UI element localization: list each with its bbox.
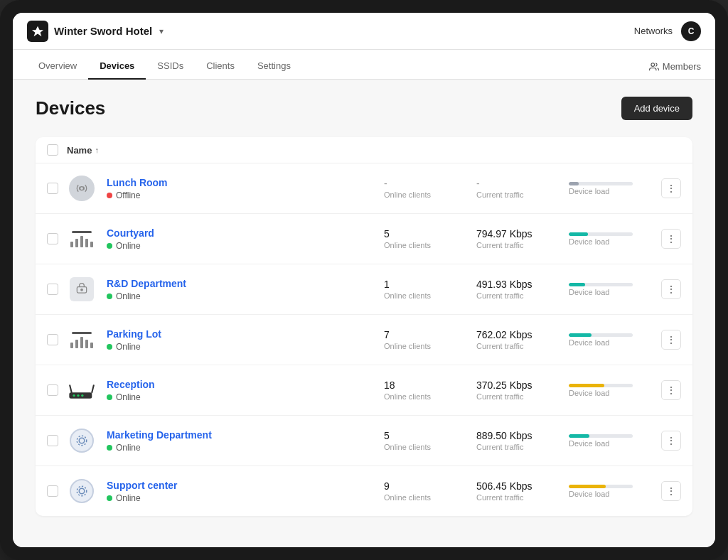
table-row[interactable]: Parking Lot Online 7 Online clients 762.… <box>36 315 692 365</box>
clients-value: 9 <box>384 480 476 492</box>
svg-point-12 <box>77 436 87 446</box>
table-row[interactable]: Courtyard Online 5 Online clients 794.97… <box>36 214 692 264</box>
load-bar-fill <box>569 283 585 286</box>
clients-value: 5 <box>384 430 476 441</box>
status-label: Online <box>116 342 141 352</box>
clients-col: 5 Online clients <box>384 228 476 249</box>
members-label: Members <box>663 61 701 72</box>
networks-button[interactable]: Networks <box>634 26 673 36</box>
row-checkbox[interactable] <box>47 183 58 194</box>
table-row[interactable]: Reception Online 18 Online clients 370.2… <box>36 365 692 416</box>
status-label: Online <box>116 241 141 251</box>
traffic-label: Current traffic <box>476 493 569 502</box>
load-col: Device load <box>569 182 661 195</box>
status-dot <box>107 243 112 249</box>
clients-col: 7 Online clients <box>384 329 476 350</box>
load-bar-container <box>569 485 661 488</box>
clients-label: Online clients <box>384 190 476 199</box>
device-status: Online <box>107 392 384 402</box>
svg-point-11 <box>79 438 85 443</box>
more-button[interactable]: ⋮ <box>661 380 681 400</box>
tab-devices[interactable]: Devices <box>88 53 146 80</box>
logo-icon <box>31 25 44 38</box>
load-label: Device load <box>569 338 661 347</box>
load-bar-track <box>569 232 633 236</box>
members-icon <box>649 62 659 72</box>
load-bar-fill <box>569 333 592 337</box>
add-device-button[interactable]: Add device <box>621 97 692 120</box>
device-name: Reception <box>107 379 384 390</box>
status-label: Online <box>116 392 141 402</box>
table-row[interactable]: Lunch Room Offline - Online clients - Cu… <box>36 163 692 214</box>
load-bar-fill <box>569 434 589 438</box>
more-button[interactable]: ⋮ <box>661 229 681 249</box>
traffic-value: 506.45 Kbps <box>476 480 569 492</box>
device-icon-circle <box>70 429 94 453</box>
clients-value: 18 <box>384 379 476 391</box>
clients-label: Online clients <box>384 493 476 502</box>
sort-icon[interactable]: ↑ <box>95 146 99 154</box>
page-title: Devices <box>36 97 105 119</box>
tablet-frame: Winter Sword Hotel ▾ Networks C Overview… <box>0 0 728 560</box>
device-status: Online <box>107 291 384 301</box>
device-info: Courtyard Online <box>107 227 384 251</box>
topbar-left: Winter Sword Hotel ▾ <box>27 21 164 42</box>
clients-value: 7 <box>384 329 476 340</box>
traffic-value: - <box>476 178 569 189</box>
org-dropdown-icon[interactable]: ▾ <box>159 26 164 36</box>
load-col: Device load <box>569 232 661 246</box>
device-status: Online <box>107 342 384 352</box>
clients-label: Online clients <box>384 443 476 451</box>
load-bar-track <box>569 485 633 488</box>
header-checkbox[interactable] <box>47 144 58 156</box>
more-button[interactable]: ⋮ <box>661 481 681 501</box>
row-checkbox[interactable] <box>47 284 58 295</box>
traffic-value: 889.50 Kbps <box>476 430 569 441</box>
clients-label: Online clients <box>384 291 476 300</box>
load-bar-track <box>569 283 633 286</box>
clients-label: Online clients <box>384 342 476 350</box>
more-button[interactable]: ⋮ <box>661 178 681 198</box>
status-label: Online <box>116 443 141 453</box>
device-icon-ap-bar <box>69 226 95 252</box>
topbar: Winter Sword Hotel ▾ Networks C <box>13 13 715 50</box>
load-col: Device load <box>569 283 661 296</box>
table-row[interactable]: R&D Department Online 1 Online clients 4… <box>36 264 692 315</box>
table-row[interactable]: Support center Online 9 Online clients 5… <box>36 466 692 516</box>
device-icon-container <box>67 375 97 405</box>
tab-settings[interactable]: Settings <box>246 53 302 80</box>
device-name: Marketing Department <box>107 429 384 441</box>
row-checkbox[interactable] <box>47 485 58 497</box>
traffic-col: 506.45 Kbps Current traffic <box>476 480 569 502</box>
more-button[interactable]: ⋮ <box>661 279 681 299</box>
traffic-label: Current traffic <box>476 443 569 451</box>
more-button[interactable]: ⋮ <box>661 431 681 451</box>
tab-overview[interactable]: Overview <box>27 53 88 80</box>
status-label: Offline <box>116 190 140 200</box>
page-header: Devices Add device <box>36 97 692 120</box>
row-checkbox[interactable] <box>47 233 58 244</box>
table-row[interactable]: Marketing Department Online 5 Online cli… <box>36 416 692 466</box>
clients-value: - <box>384 178 476 189</box>
load-label: Device load <box>569 288 661 296</box>
traffic-value: 370.25 Kbps <box>476 379 569 391</box>
tab-clients[interactable]: Clients <box>195 53 246 80</box>
device-rows: Lunch Room Offline - Online clients - Cu… <box>36 163 692 516</box>
status-label: Online <box>116 291 141 301</box>
row-checkbox[interactable] <box>47 334 58 345</box>
avatar-button[interactable]: C <box>681 21 701 41</box>
status-dot <box>107 495 112 501</box>
more-button[interactable]: ⋮ <box>661 330 681 350</box>
row-checkbox[interactable] <box>47 435 58 446</box>
row-checkbox[interactable] <box>47 384 58 396</box>
clients-value: 5 <box>384 228 476 239</box>
table-header-row: Name ↑ <box>36 137 692 163</box>
org-name: Winter Sword Hotel <box>54 25 152 37</box>
svg-point-9 <box>77 394 79 397</box>
members-button[interactable]: Members <box>649 61 701 79</box>
load-bar-container <box>569 333 661 337</box>
status-label: Online <box>116 493 141 503</box>
device-status: Offline <box>107 190 384 200</box>
tab-ssids[interactable]: SSIDs <box>146 53 195 80</box>
clients-label: Online clients <box>384 392 476 401</box>
